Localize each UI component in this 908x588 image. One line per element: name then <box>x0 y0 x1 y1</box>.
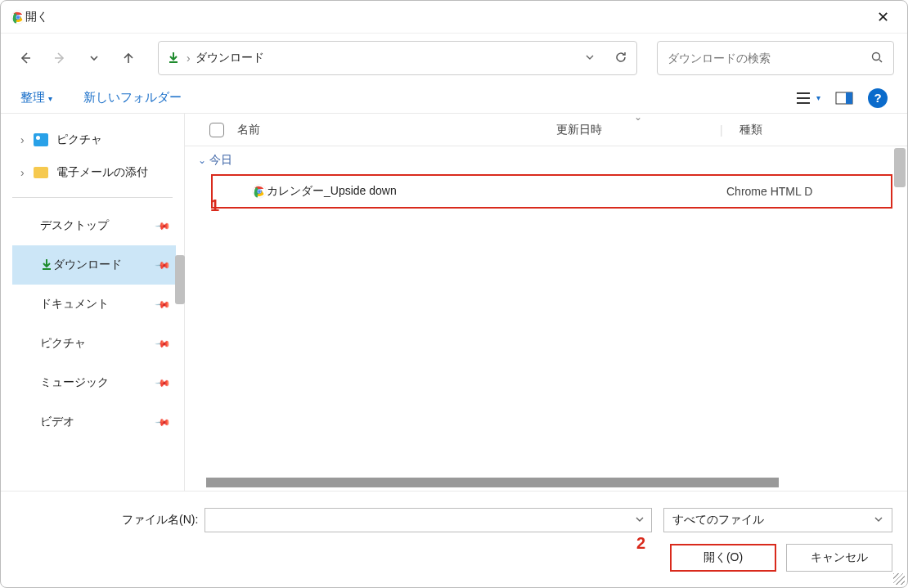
sidebar-item-label: ピクチャ <box>40 336 86 351</box>
sidebar-item-desktop[interactable]: デスクトップ 📌 <box>12 206 176 245</box>
file-type: Chrome HTML D <box>726 185 812 198</box>
download-folder-icon <box>167 51 180 66</box>
svg-rect-6 <box>846 92 852 104</box>
search-icon[interactable] <box>870 51 883 66</box>
sidebar-item-label: ドキュメント <box>40 297 109 312</box>
titlebar: 開く ✕ <box>1 1 907 34</box>
open-dialog: 開く ✕ › ダウンロード 整理 ▾ 新しいフォルダー ▾ ? › <box>0 0 908 588</box>
help-button[interactable]: ? <box>868 88 888 108</box>
close-button[interactable]: ✕ <box>869 5 897 29</box>
organize-button[interactable]: 整理 ▾ <box>20 90 52 105</box>
resize-grip[interactable] <box>893 573 905 585</box>
chrome-icon <box>11 10 25 25</box>
navbar: › ダウンロード <box>1 34 907 83</box>
footer: ファイル名(N): すべてのファイル 開く(O) キャンセル <box>1 491 907 587</box>
svg-point-10 <box>258 190 261 193</box>
group-label: 今日 <box>209 153 232 168</box>
sidebar-item-pictures[interactable]: › ピクチャ <box>12 123 184 156</box>
sidebar: › ピクチャ › 電子メールの添付 デスクトップ 📌 ダウンロード <box>1 114 185 491</box>
collapse-icon[interactable]: ⌄ <box>198 155 206 166</box>
refresh-button[interactable] <box>614 50 628 67</box>
expand-icon[interactable]: › <box>20 166 32 179</box>
body: › ピクチャ › 電子メールの添付 デスクトップ 📌 ダウンロード <box>1 114 907 491</box>
sidebar-item-music[interactable]: ミュージック 📌 <box>12 363 176 402</box>
breadcrumb-separator: › <box>187 52 191 65</box>
view-mode-button[interactable]: ▾ <box>795 92 820 105</box>
expand-icon[interactable]: › <box>20 133 32 146</box>
search-box[interactable] <box>657 41 894 75</box>
pin-icon: 📌 <box>155 296 172 313</box>
sidebar-item-downloads[interactable]: ダウンロード 📌 <box>12 245 176 285</box>
pictures-icon <box>34 133 48 146</box>
folder-icon <box>34 167 48 178</box>
divider <box>12 197 173 198</box>
sidebar-item-email-attachments[interactable]: › 電子メールの添付 <box>12 156 184 189</box>
column-header-type[interactable]: 種類 <box>739 123 762 137</box>
sidebar-item-label: デスクトップ <box>40 218 109 233</box>
nav-forward-button[interactable] <box>48 47 71 70</box>
sidebar-item-pictures-quick[interactable]: ピクチャ 📌 <box>12 324 176 363</box>
pin-icon: 📌 <box>155 257 172 274</box>
nav-back-button[interactable] <box>14 47 37 70</box>
column-header-date[interactable]: 更新日時⌄ <box>556 123 720 137</box>
column-header-name[interactable]: 名前 <box>237 123 556 137</box>
chrome-file-icon <box>252 184 267 199</box>
breadcrumb-current[interactable]: ダウンロード <box>196 51 574 65</box>
sidebar-item-documents[interactable]: ドキュメント 📌 <box>12 285 176 324</box>
file-list: 名前 更新日時⌄ | 種類 ⌄ 今日 カレンダー_Upside down Chr… <box>185 114 907 491</box>
sort-icon: ⌄ <box>634 114 642 123</box>
file-row[interactable]: カレンダー_Upside down Chrome HTML D <box>211 174 892 209</box>
filename-input[interactable] <box>205 508 652 532</box>
downloads-icon <box>40 258 53 273</box>
new-folder-button[interactable]: 新しいフォルダー <box>83 90 182 105</box>
nav-up-button[interactable] <box>117 47 140 70</box>
sidebar-item-label: 電子メールの添付 <box>56 165 148 180</box>
vertical-scrollbar[interactable] <box>894 148 906 187</box>
filename-dropdown-icon[interactable] <box>635 514 645 527</box>
pin-icon: 📌 <box>155 414 172 431</box>
horizontal-scrollbar[interactable] <box>206 478 779 487</box>
toolbar: 整理 ▾ 新しいフォルダー ▾ ? <box>1 83 907 114</box>
sidebar-item-label: ダウンロード <box>53 258 122 272</box>
column-headers: 名前 更新日時⌄ | 種類 <box>185 114 907 146</box>
address-bar[interactable]: › ダウンロード <box>158 41 637 75</box>
pin-icon: 📌 <box>155 375 172 392</box>
search-input[interactable] <box>668 52 870 65</box>
file-name: カレンダー_Upside down <box>267 184 563 199</box>
window-title: 開く <box>25 10 48 25</box>
sidebar-item-label: ミュージック <box>40 375 109 390</box>
select-all-checkbox[interactable] <box>209 123 224 137</box>
sidebar-scrollbar[interactable] <box>175 255 185 304</box>
group-header-today[interactable]: ⌄ 今日 <box>185 146 907 174</box>
filetype-select[interactable]: すべてのファイル <box>663 508 892 532</box>
svg-point-3 <box>16 16 20 19</box>
sidebar-item-label: ピクチャ <box>56 132 102 147</box>
pin-icon: 📌 <box>155 335 172 352</box>
cancel-button[interactable]: キャンセル <box>786 544 892 572</box>
path-dropdown-button[interactable] <box>584 52 596 65</box>
sidebar-item-videos[interactable]: ビデオ 📌 <box>12 402 176 442</box>
svg-point-4 <box>873 52 880 60</box>
preview-pane-button[interactable] <box>835 92 853 105</box>
pin-icon: 📌 <box>155 218 172 235</box>
nav-history-button[interactable] <box>83 47 106 70</box>
filetype-dropdown-icon[interactable] <box>874 514 883 527</box>
filetype-value: すべてのファイル <box>672 513 764 527</box>
open-button[interactable]: 開く(O) <box>670 544 776 572</box>
filename-label: ファイル名(N): <box>122 513 198 527</box>
